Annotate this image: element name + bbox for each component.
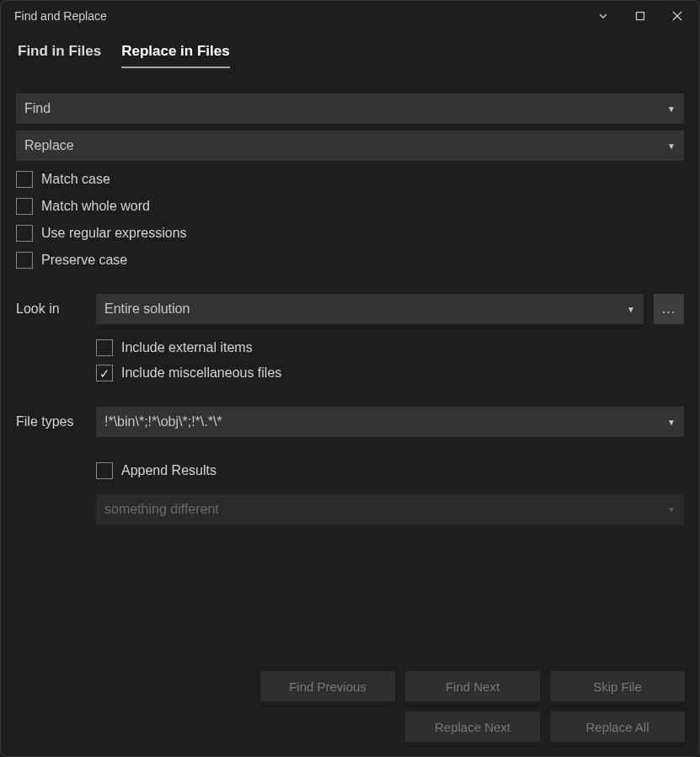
use-regex-label: Use regular expressions <box>41 226 187 241</box>
file-types-input[interactable]: !*\bin\*;!*\obj\*;!*\.*\* ▼ <box>96 407 684 437</box>
tab-replace-in-files[interactable]: Replace in Files <box>121 43 230 68</box>
include-external-checkbox[interactable] <box>96 339 113 356</box>
find-input[interactable]: Find ▼ <box>16 93 684 124</box>
look-in-value: Entire solution <box>104 301 190 317</box>
titlebar: Find and Replace <box>1 1 699 31</box>
tab-bar: Find in Files Replace in Files <box>1 31 699 68</box>
skip-file-button[interactable]: Skip File <box>550 671 685 701</box>
result-window-value: something different <box>104 502 219 517</box>
file-types-label: File types <box>16 414 96 429</box>
include-misc-checkbox[interactable] <box>96 365 113 381</box>
include-external-label: Include external items <box>121 340 253 355</box>
browse-button[interactable]: ... <box>654 294 684 324</box>
dropdown-arrow-icon: ▼ <box>667 141 676 151</box>
window-controls <box>588 4 692 28</box>
maximize-icon <box>635 11 645 21</box>
append-results-checkbox[interactable] <box>96 462 113 479</box>
minimize-button[interactable] <box>588 4 618 28</box>
match-case-label: Match case <box>41 172 110 187</box>
replace-input[interactable]: Replace ▼ <box>16 131 684 161</box>
preserve-case-label: Preserve case <box>41 253 127 268</box>
dialog-content: Find ▼ Replace ▼ Match case Match whole … <box>1 68 699 546</box>
dropdown-arrow-icon: ▼ <box>667 104 676 114</box>
preserve-case-checkbox[interactable] <box>16 252 33 269</box>
maximize-button[interactable] <box>625 4 655 28</box>
find-placeholder: Find <box>24 101 51 116</box>
close-icon <box>672 11 682 21</box>
match-whole-word-checkbox[interactable] <box>16 198 33 215</box>
tab-find-in-files[interactable]: Find in Files <box>18 43 101 68</box>
use-regex-checkbox[interactable] <box>16 225 33 242</box>
result-window-select: something different ▼ <box>96 494 684 525</box>
find-previous-button[interactable]: Find Previous <box>260 671 395 701</box>
close-button[interactable] <box>662 4 692 28</box>
look-in-label: Look in <box>16 301 96 317</box>
replace-next-button[interactable]: Replace Next <box>405 712 540 742</box>
file-types-value: !*\bin\*;!*\obj\*;!*\.*\* <box>104 414 222 429</box>
window-title: Find and Replace <box>14 9 588 23</box>
append-results-label: Append Results <box>121 463 216 478</box>
chevron-down-icon <box>597 10 609 22</box>
dropdown-arrow-icon: ▼ <box>667 505 676 514</box>
look-in-select[interactable]: Entire solution ▼ <box>96 294 644 324</box>
dropdown-arrow-icon: ▼ <box>627 305 635 314</box>
replace-all-button[interactable]: Replace All <box>550 712 685 742</box>
dropdown-arrow-icon: ▼ <box>667 418 676 427</box>
replace-placeholder: Replace <box>24 138 74 153</box>
find-next-button[interactable]: Find Next <box>405 671 540 701</box>
match-case-checkbox[interactable] <box>16 171 33 188</box>
include-misc-label: Include miscellaneous files <box>121 365 281 381</box>
svg-rect-0 <box>637 13 644 20</box>
match-whole-word-label: Match whole word <box>41 199 150 214</box>
action-buttons: Find Previous Find Next Skip File Replac… <box>260 671 685 742</box>
